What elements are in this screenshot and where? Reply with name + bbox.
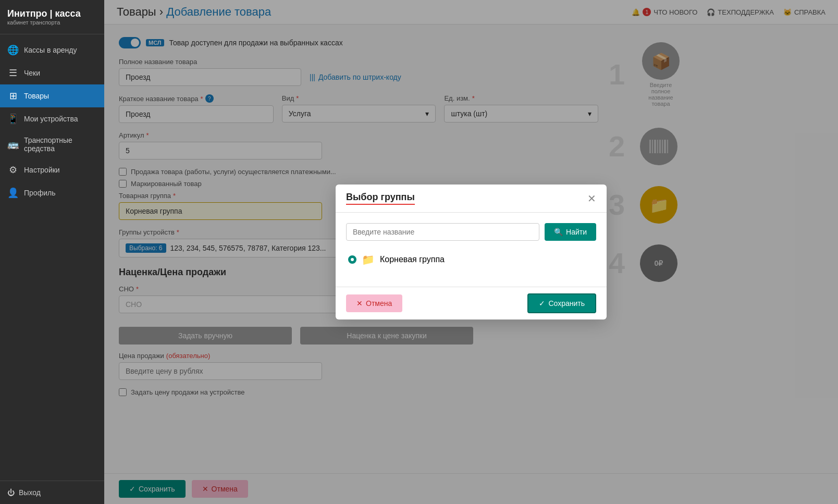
modal-save-button[interactable]: ✓ Сохранить	[527, 293, 596, 313]
modal-group-row[interactable]: 📁 Корневая группа	[346, 249, 596, 270]
sidebar-item-tovary[interactable]: ⊞ Товары	[0, 84, 104, 107]
modal-body: 🔍 Найти 📁 Корневая группа	[336, 213, 607, 287]
modal-save-icon: ✓	[539, 299, 545, 308]
modal-close-button[interactable]: ✕	[587, 193, 596, 204]
group-selection-modal: Выбор группы ✕ 🔍 Найти 📁 Корневая группа	[336, 185, 607, 319]
sidebar-nav: 🌐 Кассы в аренду ☰ Чеки ⊞ Товары 📱 Мои у…	[0, 34, 104, 481]
profile-icon: 👤	[7, 187, 19, 199]
tovary-icon: ⊞	[7, 90, 19, 102]
logout-icon: ⏻	[7, 488, 15, 497]
sidebar: Инитпро | касса кабинет транспорта 🌐 Кас…	[0, 0, 104, 504]
group-radio[interactable]	[348, 255, 356, 264]
modal-search-input[interactable]	[346, 223, 539, 241]
modal-search-button[interactable]: 🔍 Найти	[545, 223, 596, 241]
sidebar-item-label: Кассы в аренду	[24, 46, 77, 54]
sidebar-item-kassy[interactable]: 🌐 Кассы в аренду	[0, 39, 104, 62]
cheki-icon: ☰	[7, 67, 19, 79]
settings-icon: ⚙	[7, 164, 19, 176]
main-area: Товары › Добавление товара 🔔 1 ЧТО НОВОГ…	[104, 0, 838, 504]
search-icon: 🔍	[554, 228, 563, 236]
sidebar-logout[interactable]: ⏻ Выход	[0, 481, 104, 504]
kassy-icon: 🌐	[7, 44, 19, 56]
sidebar-item-settings[interactable]: ⚙ Настройки	[0, 158, 104, 181]
group-name-label: Корневая группа	[380, 255, 445, 264]
modal-header: Выбор группы ✕	[336, 185, 607, 213]
devices-icon: 📱	[7, 113, 19, 125]
sidebar-item-label: Товары	[24, 92, 49, 100]
modal-overlay: Выбор группы ✕ 🔍 Найти 📁 Корневая группа	[104, 0, 838, 504]
sidebar-item-label: Профиль	[24, 189, 55, 197]
logout-label: Выход	[19, 488, 41, 497]
sidebar-item-devices[interactable]: 📱 Мои устройства	[0, 107, 104, 130]
modal-cancel-icon: ✕	[356, 299, 363, 308]
sidebar-item-cheki[interactable]: ☰ Чеки	[0, 62, 104, 84]
app-subtitle: кабинет транспорта	[7, 19, 97, 26]
transport-icon: 🚌	[7, 139, 19, 150]
sidebar-item-label: Транспортные средства	[24, 136, 97, 153]
modal-cancel-button[interactable]: ✕ Отмена	[346, 294, 402, 312]
sidebar-logo: Инитпро | касса кабинет транспорта	[0, 0, 104, 34]
modal-search-row: 🔍 Найти	[346, 223, 596, 241]
sidebar-item-transport[interactable]: 🚌 Транспортные средства	[0, 130, 104, 158]
sidebar-item-label: Мои устройства	[24, 115, 78, 123]
sidebar-item-profile[interactable]: 👤 Профиль	[0, 181, 104, 204]
modal-footer: ✕ Отмена ✓ Сохранить	[336, 287, 607, 319]
group-folder-icon: 📁	[362, 253, 375, 266]
modal-title: Выбор группы	[346, 192, 415, 205]
sidebar-item-label: Настройки	[24, 166, 60, 174]
app-title: Инитпро | касса	[7, 8, 97, 19]
sidebar-item-label: Чеки	[24, 69, 40, 77]
